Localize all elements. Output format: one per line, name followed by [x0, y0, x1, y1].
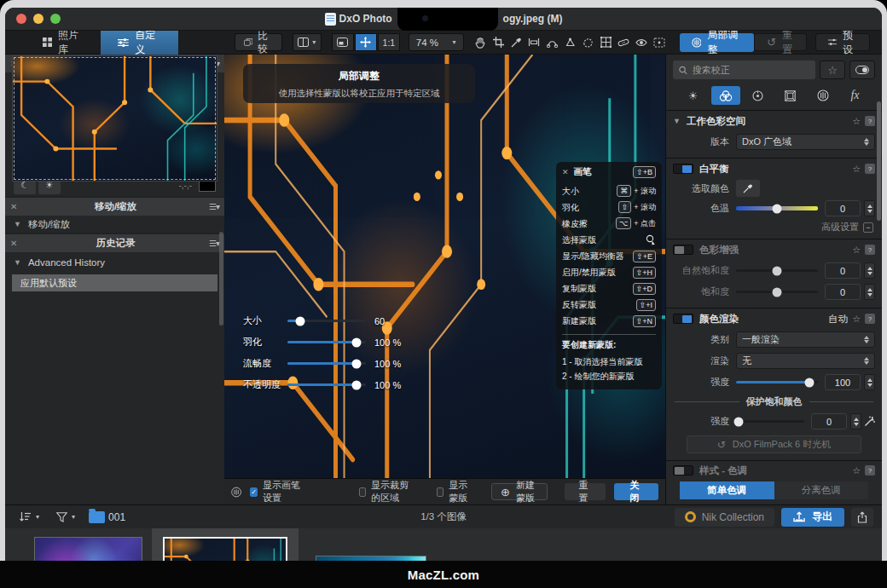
hand-tool-button[interactable] [472, 34, 489, 51]
star-icon[interactable]: ☆ [852, 314, 861, 325]
repair-tool-button[interactable] [616, 34, 632, 51]
menu-item-feather[interactable]: 羽化 ⇧+ 滚动 [562, 199, 656, 216]
local-adjust-tool-button[interactable] [652, 34, 668, 51]
left-scrollbar-thumb[interactable] [219, 232, 223, 326]
advanced-settings-toggle[interactable]: 高级设置 − [666, 219, 882, 233]
tab-geometry[interactable] [776, 86, 805, 105]
stepper-control[interactable] [864, 374, 875, 390]
nik-collection-button[interactable]: Nik Collection [675, 508, 774, 527]
thumbnail-cell-1[interactable]: ★★★★★ 1.jpeg [24, 528, 152, 561]
brush-size-slider[interactable]: 大小 60 [243, 310, 409, 331]
search-input[interactable] [693, 65, 809, 75]
local-adjustments-button[interactable]: 局部调整 [680, 33, 755, 52]
help-icon[interactable]: ? [865, 465, 875, 476]
intensity-slider[interactable] [736, 381, 818, 383]
share-button[interactable] [851, 508, 873, 527]
stepper-control[interactable] [864, 262, 875, 279]
pick-color-eyedropper-button[interactable] [736, 180, 760, 197]
tab-customize[interactable]: 自定义 [101, 31, 177, 55]
colorspace-select[interactable]: DxO 广色域 [736, 134, 875, 150]
stepper-control[interactable] [864, 200, 875, 216]
tab-effects[interactable]: fx [841, 86, 870, 105]
palette-menu-icon[interactable]: ☰▾ [209, 239, 219, 248]
vibrancy-slider[interactable] [736, 269, 818, 272]
pan-mode-button[interactable] [355, 33, 377, 51]
menu-item-size[interactable]: 大小 ⌘+ 滚动 [562, 183, 656, 199]
magic-wand-icon[interactable] [864, 416, 875, 427]
crop-tool-button[interactable] [490, 34, 507, 51]
thumbnail-image-1jpeg[interactable] [34, 537, 142, 561]
show-mask-checkbox[interactable]: 显示蒙版 [437, 479, 474, 504]
category-select[interactable]: 一般渲染 [736, 331, 875, 348]
thumbnail-image-technology[interactable] [163, 537, 287, 561]
stepper-control[interactable] [850, 413, 861, 429]
presets-button[interactable]: 预设 [815, 33, 870, 51]
help-icon[interactable]: ? [865, 164, 875, 174]
reset-masks-button[interactable]: 重置 [565, 483, 606, 500]
chevron-down-icon[interactable]: ▼ [673, 117, 681, 125]
tab-local[interactable] [809, 86, 838, 105]
show-cropped-checkbox[interactable]: 显示裁剪的区域 [359, 479, 416, 504]
white-balance-toggle[interactable] [673, 164, 693, 174]
help-icon[interactable]: ? [865, 116, 875, 126]
menu-item-select-mask[interactable]: 选择蒙版 [562, 232, 656, 248]
split-toning-tab[interactable]: 分离色调 [774, 481, 869, 499]
control-line-tool-button[interactable] [562, 34, 578, 51]
red-eye-tool-button[interactable] [634, 34, 650, 51]
favorites-filter-button[interactable]: ☆ [820, 61, 845, 79]
style-toning-toggle[interactable] [673, 465, 693, 476]
menu-item-copy-mask[interactable]: 复制蒙版 ⇧+D [562, 280, 656, 297]
close-icon[interactable]: ✕ [562, 168, 569, 176]
close-window-button[interactable] [16, 14, 26, 24]
temperature-value[interactable]: 0 [825, 200, 861, 216]
star-icon[interactable]: ☆ [852, 164, 861, 175]
protect-intensity-value[interactable]: 0 [811, 413, 847, 429]
intensity-value[interactable]: 100 [825, 374, 861, 390]
chevron-down-icon[interactable]: ▼ [14, 220, 21, 228]
chevron-down-icon[interactable]: ▼ [14, 258, 21, 267]
protect-intensity-slider[interactable] [736, 420, 804, 423]
active-corrections-toggle-button[interactable] [849, 61, 875, 79]
tab-color[interactable] [711, 86, 740, 105]
sort-button[interactable]: ▾ [14, 509, 44, 526]
rendering-select[interactable]: 无 [736, 353, 875, 369]
navigator-region[interactable] [14, 57, 216, 180]
menu-item-new-mask[interactable]: 新建蒙版 ⇧+N [562, 313, 656, 329]
vibrancy-value[interactable]: 0 [825, 262, 861, 279]
navigator-preview[interactable] [12, 55, 217, 182]
split-view-button[interactable]: ▾ [293, 33, 322, 51]
saturation-value[interactable]: 0 [825, 284, 861, 300]
menu-item-invert-mask[interactable]: 反转蒙版 ⇧+I [562, 297, 656, 313]
thumbnail-cell-2-selected[interactable]: ★★★★★ Technology.jpeg [152, 528, 299, 561]
search-corrections-box[interactable] [673, 61, 815, 79]
brush-opacity-slider[interactable]: 不透明度 100 % [243, 374, 409, 395]
compare-button[interactable]: 比较 [235, 33, 282, 51]
tab-detail[interactable] [744, 86, 773, 105]
brush-feather-slider[interactable]: 羽化 100 % [243, 331, 409, 353]
history-item[interactable]: 应用默认预设 [12, 274, 217, 291]
help-icon[interactable]: ? [865, 314, 875, 324]
color-enhancement-toggle[interactable] [673, 245, 693, 255]
help-icon[interactable]: ? [865, 245, 875, 255]
star-icon[interactable]: ☆ [852, 465, 861, 476]
fit-screen-button[interactable] [332, 33, 354, 51]
saturation-slider[interactable] [736, 291, 818, 293]
perspective-grid-tool-button[interactable] [598, 34, 614, 51]
new-mask-button[interactable]: ⊕ 新建蒙版 [491, 483, 548, 500]
filmpack-timemachine-button[interactable]: ↺ DxO FilmPack 6 时光机 [687, 435, 861, 453]
tab-photolibrary[interactable]: 照片库 [26, 31, 101, 55]
export-button[interactable]: 导出 [781, 508, 844, 527]
control-point-tool-button[interactable] [544, 34, 560, 51]
minimize-window-button[interactable] [33, 14, 43, 24]
auto-mask-tool-button[interactable] [580, 34, 596, 51]
star-icon[interactable]: ☆ [852, 245, 861, 256]
photo-canvas[interactable]: 局部调整 使用选择性蒙版以将校正应用于特定区域 ✕ 画笔 ⇧+B 大小 ⌘+ 滚… [224, 55, 665, 478]
palette-menu-icon[interactable]: ☰▾ [209, 202, 219, 211]
reset-button[interactable]: ↺ 重置 [754, 33, 807, 51]
show-brush-settings-checkbox[interactable]: ✓ 显示画笔设置 [250, 479, 301, 504]
stepper-control[interactable] [864, 284, 875, 300]
filter-button[interactable]: ▾ [51, 509, 80, 526]
tab-light[interactable]: ☀ [679, 86, 708, 105]
thumbnail-cell-3[interactable]: ★★★★★ TopVisual.jpeg [299, 528, 444, 561]
one-to-one-button[interactable]: 1:1 [378, 33, 400, 51]
